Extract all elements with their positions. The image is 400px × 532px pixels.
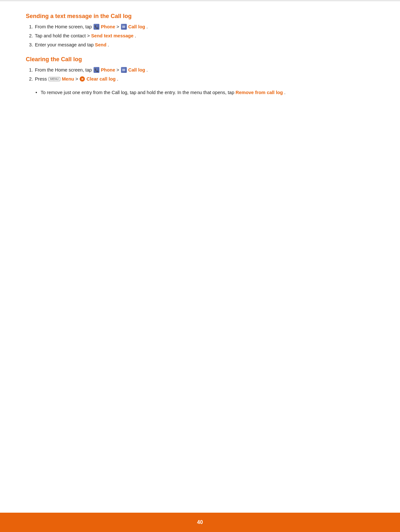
svg-rect-5 — [122, 71, 125, 71]
page-footer: 40 — [0, 513, 400, 532]
clear-step2-number: 2. — [29, 76, 33, 82]
page-content: Sending a text message in the Call log 1… — [0, 3, 400, 122]
clear-step1-pre: From the Home screen, tap — [35, 67, 93, 73]
step3-pre: Enter your message and tap — [35, 42, 95, 47]
clear-step2: 2. Press MENU Menu > ✕ Clear call log . — [29, 76, 374, 83]
step3: 3. Enter your message and tap Send . — [29, 42, 374, 49]
clear-step1-post: . — [146, 67, 148, 73]
clear-step2-sep: > — [75, 76, 80, 82]
step3-highlight: Send — [95, 42, 106, 47]
phone-icon-2 — [94, 67, 99, 73]
step2-highlight: Send text message — [91, 33, 133, 38]
step2-number: 2. — [29, 33, 33, 38]
step1-post: . — [146, 24, 148, 29]
page-number: 40 — [197, 519, 203, 525]
step1-pre: From the Home screen, tap — [35, 24, 93, 29]
section2-steps: 1. From the Home screen, tap Phone > Cal… — [29, 67, 374, 83]
step2-pre: Tap and hold the contact > — [35, 33, 91, 38]
clear-step1-sep: > — [116, 67, 121, 73]
top-border — [0, 0, 400, 1]
clear-step1-calllog: Call log — [128, 67, 145, 73]
bullet-pre: To remove just one entry from the Call l… — [41, 90, 235, 95]
step3-number: 3. — [29, 42, 33, 47]
clear-step1: 1. From the Home screen, tap Phone > Cal… — [29, 67, 374, 74]
bullet-list: To remove just one entry from the Call l… — [35, 89, 374, 96]
section-clearing-calllog: Clearing the Call log 1. From the Home s… — [26, 56, 374, 96]
step1: 1. From the Home screen, tap Phone > Cal… — [29, 24, 374, 31]
clear-step2-pre: Press — [35, 76, 48, 82]
svg-rect-0 — [122, 26, 125, 26]
svg-rect-3 — [122, 69, 125, 69]
step1-number: 1. — [29, 24, 33, 29]
section1-title: Sending a text message in the Call log — [26, 13, 374, 20]
phone-icon — [94, 24, 99, 30]
step2-post: . — [135, 33, 136, 38]
clear-call-log-icon: ✕ — [80, 76, 85, 82]
bullet-highlight: Remove from call log — [235, 90, 283, 95]
step2: 2. Tap and hold the contact > Send text … — [29, 33, 374, 40]
svg-rect-4 — [122, 70, 125, 70]
step3-post: . — [108, 42, 109, 47]
section-sending-text: Sending a text message in the Call log 1… — [26, 13, 374, 48]
section1-steps: 1. From the Home screen, tap Phone > Cal… — [29, 24, 374, 48]
bullet-post: . — [284, 90, 285, 95]
calllog-icon-2 — [121, 67, 127, 73]
svg-rect-2 — [122, 27, 125, 28]
step1-phone-label: Phone — [101, 24, 115, 29]
menu-key-icon: MENU — [48, 77, 60, 81]
step1-sep: > — [116, 24, 121, 29]
clear-step1-phone: Phone — [101, 67, 115, 73]
clear-step2-post: . — [117, 76, 118, 82]
clear-step2-clear: Clear call log — [86, 76, 115, 82]
clear-step2-menu: Menu — [62, 76, 74, 82]
calllog-icon-1 — [121, 24, 127, 30]
clear-step1-number: 1. — [29, 67, 33, 73]
svg-rect-1 — [122, 26, 125, 27]
section2-title: Clearing the Call log — [26, 56, 374, 63]
step1-calllog-label: Call log — [128, 24, 145, 29]
bullet-item: To remove just one entry from the Call l… — [35, 89, 374, 96]
